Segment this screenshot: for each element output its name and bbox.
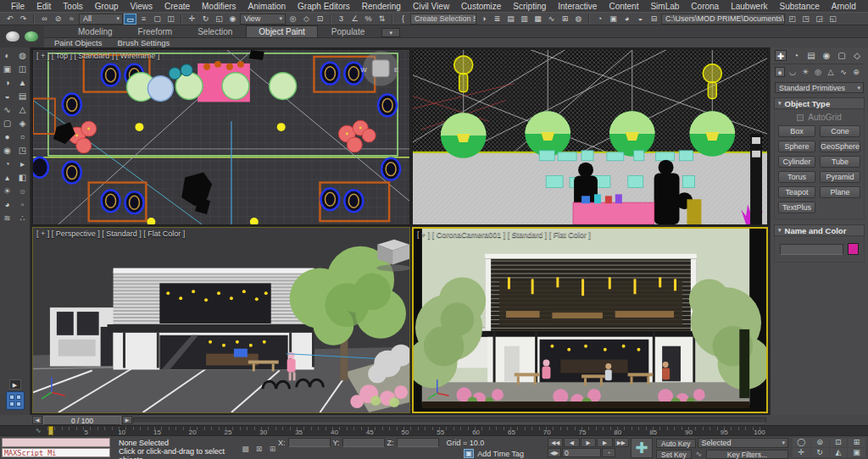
- create-textplus-button[interactable]: TextPlus: [778, 202, 815, 213]
- render-iterative-icon[interactable]: ◒: [634, 14, 647, 25]
- menu-help[interactable]: Help: [862, 2, 868, 11]
- set-key-button[interactable]: Set Key: [656, 450, 692, 459]
- create-sphere-button[interactable]: Sphere: [778, 141, 815, 152]
- schematic-view-icon[interactable]: ⊞: [559, 14, 571, 25]
- layout-flyout-icon[interactable]: ▶: [9, 379, 21, 390]
- flower-icon[interactable]: ☼: [16, 185, 30, 197]
- ribbon-tab-selection[interactable]: Selection: [186, 26, 244, 37]
- ribbon-subtab-brush-settings[interactable]: Brush Settings: [111, 38, 177, 47]
- keyboard-override-icon[interactable]: ⊡: [314, 14, 326, 25]
- field-of-view-icon[interactable]: ◭: [830, 448, 848, 457]
- angle-snap-icon[interactable]: ∠: [348, 14, 361, 25]
- maxscript-listener-field[interactable]: MAXScript Mi: [2, 448, 110, 457]
- absolute-mode-transform-icon[interactable]: ⊞: [267, 444, 278, 454]
- select-and-place-icon[interactable]: ◉: [226, 14, 239, 25]
- ribbon-tab-modeling[interactable]: Modeling: [66, 26, 125, 37]
- align-icon[interactable]: ≣: [491, 14, 504, 25]
- select-and-link-icon[interactable]: ∞: [38, 14, 51, 25]
- zoom-extents-all-icon[interactable]: ⊞: [848, 438, 865, 447]
- track-bar-ticks[interactable]: 0510152025303540455055606570758085909510…: [47, 426, 765, 435]
- utilities-tab[interactable]: ◇: [851, 50, 863, 61]
- menu-arnold[interactable]: Arnold: [826, 2, 862, 11]
- key-filters-button[interactable]: Key Filters...: [706, 450, 788, 459]
- use-pivot-point-icon[interactable]: ◎: [287, 14, 299, 25]
- layer-manager-icon[interactable]: ▥: [518, 14, 531, 25]
- orbit-icon[interactable]: ↻: [811, 448, 829, 457]
- mini-curve-editor-icon[interactable]: ∿: [32, 426, 44, 436]
- object-color-swatch[interactable]: [848, 243, 859, 255]
- pan-hand-icon[interactable]: ✛: [793, 448, 810, 457]
- sphere-olive-icon[interactable]: ◕: [1, 198, 14, 211]
- sphere-glow-icon[interactable]: ◉: [1, 144, 14, 157]
- current-frame-field[interactable]: 0: [562, 448, 601, 457]
- object-type-rollout-header[interactable]: ▾ Object Type: [774, 97, 865, 109]
- render-window-icon[interactable]: ▣: [1, 63, 14, 75]
- zoom-extents-icon[interactable]: ⊡: [830, 438, 848, 447]
- selection-lock-toggle-icon[interactable]: ⊠: [253, 444, 264, 454]
- viewport-top-wireframe[interactable]: [ + ] [ Top ] [ Standard ] [ Wireframe ]: [32, 49, 410, 225]
- render-frame-window-icon[interactable]: ▣: [607, 14, 620, 25]
- default-in-out-tangents-icon[interactable]: ∿: [693, 449, 704, 459]
- ribbon-options-icon[interactable]: ▾: [381, 28, 400, 37]
- open-in-arnold-icon[interactable]: ⊟: [648, 14, 660, 25]
- menu-file[interactable]: File: [5, 2, 31, 11]
- modify-tab[interactable]: ◔: [790, 50, 802, 61]
- create-geosphere-button[interactable]: GeoSphere: [820, 141, 860, 152]
- viewport-label[interactable]: [ + ] [ Top ] [ Standard ] [ Wireframe ]: [36, 52, 159, 60]
- soft-box-icon[interactable]: ▢: [1, 117, 14, 130]
- unlink-selection-icon[interactable]: ⊘: [52, 14, 64, 25]
- menu-graph-editors[interactable]: Graph Editors: [292, 2, 356, 11]
- menu-tools[interactable]: Tools: [57, 2, 88, 11]
- next-frame-arrow-icon[interactable]: ▶: [122, 416, 132, 424]
- paint-fill-icon[interactable]: [25, 31, 38, 41]
- geometry-category[interactable]: ●: [775, 67, 785, 77]
- viewport-corona-camera[interactable]: [ + ] [ CoronaCamera001 ] [ Standard ] […: [412, 227, 768, 413]
- track-bar[interactable]: ∿ 05101520253035404550556065707580859095…: [0, 425, 868, 435]
- hierarchy-tab[interactable]: ▤: [805, 50, 817, 61]
- z-coordinate-field[interactable]: [397, 438, 439, 447]
- menu-simlab[interactable]: SimLab: [644, 2, 685, 11]
- ribbon-toggle-icon[interactable]: ▦: [531, 14, 544, 25]
- y-coordinate-field[interactable]: [342, 438, 385, 447]
- zoom-icon[interactable]: ◯: [793, 438, 810, 447]
- previous-frame-icon[interactable]: ◀: [564, 438, 579, 447]
- sun-icon[interactable]: ☀: [1, 185, 14, 197]
- undo-icon[interactable]: ↶: [3, 14, 16, 25]
- fetch-icon[interactable]: ◱: [826, 14, 839, 25]
- window-crossing-icon[interactable]: ◫: [164, 14, 177, 25]
- select-and-move-icon[interactable]: ✛: [186, 14, 198, 25]
- ribbon-tab-populate[interactable]: Populate: [320, 26, 376, 37]
- zoom-all-icon[interactable]: ⊚: [811, 438, 829, 447]
- menu-laubwerk[interactable]: Laubwerk: [725, 2, 773, 11]
- go-to-start-icon[interactable]: ◀◀: [548, 438, 563, 447]
- create-torus-button[interactable]: Torus: [778, 171, 815, 183]
- maximize-viewport-icon[interactable]: ▣: [848, 448, 865, 457]
- add-time-tag-label[interactable]: Add Time Tag: [477, 450, 524, 458]
- named-selection-set-field[interactable]: Create Selection Se: [410, 14, 476, 25]
- menu-civil-view[interactable]: Civil View: [407, 2, 455, 11]
- render-production-icon[interactable]: ◕: [620, 14, 633, 25]
- create-cylinder-button[interactable]: Cylinder: [778, 156, 815, 168]
- menu-views[interactable]: Views: [125, 2, 159, 11]
- lamp-icon[interactable]: ◑: [1, 76, 14, 89]
- create-tube-button[interactable]: Tube: [820, 156, 860, 168]
- snaps-toggle-icon[interactable]: 3: [335, 14, 348, 25]
- molecule-icon[interactable]: ∴: [16, 212, 30, 224]
- rain-icon[interactable]: ≋: [1, 212, 14, 224]
- import-file-icon[interactable]: ◰: [786, 14, 798, 25]
- spacewarps-category[interactable]: ∿: [838, 67, 849, 77]
- select-object-icon[interactable]: ▭: [124, 14, 136, 25]
- sphere-tan-icon[interactable]: ●: [1, 130, 14, 143]
- shapes-category[interactable]: ◡: [787, 67, 798, 77]
- redo-icon[interactable]: ↷: [17, 14, 30, 25]
- auto-key-button[interactable]: Auto Key: [656, 439, 696, 448]
- camera-view-icon[interactable]: ◫: [16, 63, 30, 75]
- menu-scripting[interactable]: Scripting: [507, 2, 552, 11]
- tree-pair-icon[interactable]: ▲: [16, 76, 30, 89]
- motion-tab[interactable]: ◉: [821, 50, 832, 61]
- create-box-button[interactable]: Box: [778, 125, 815, 137]
- menu-modifiers[interactable]: Modifiers: [196, 2, 242, 11]
- set-keys-button[interactable]: ✚: [631, 438, 653, 458]
- select-and-manipulate-icon[interactable]: ◇: [300, 14, 313, 25]
- time-configuration-icon[interactable]: ◔: [602, 448, 615, 457]
